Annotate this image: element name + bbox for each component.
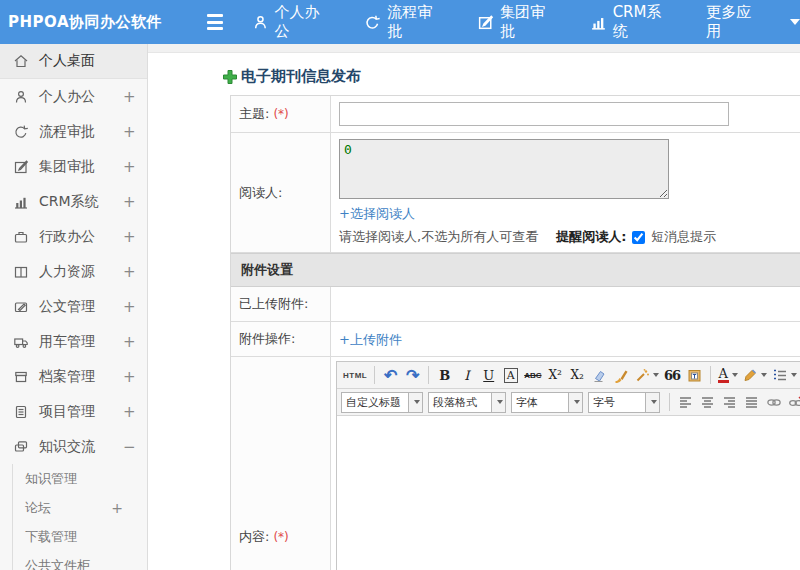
sidebar-item-knowledge[interactable]: 知识交流 − <box>0 429 147 464</box>
content-row: 内容: (*) HTML ↶ ↷ B <box>231 357 800 570</box>
justify-icon <box>744 395 759 410</box>
caret-icon <box>414 400 420 404</box>
expand-plus-icon[interactable]: + <box>123 403 135 421</box>
italic-button[interactable]: I <box>456 364 477 386</box>
bold-button[interactable]: B <box>434 364 455 386</box>
numbered-list-icon <box>772 368 788 383</box>
subject-row: 主题: (*) <box>231 96 800 133</box>
brush-icon <box>614 368 629 383</box>
expand-plus-icon[interactable]: + <box>123 298 135 316</box>
sidebar-item-archives[interactable]: 档案管理 + <box>0 359 147 394</box>
sidebar-item-personal-office[interactable]: 个人办公 + <box>0 79 147 114</box>
paragraph-format-select[interactable]: 段落格式 <box>428 392 506 413</box>
expand-plus-icon[interactable]: + <box>123 263 135 281</box>
nav-more-apps[interactable]: 更多应用 <box>706 3 766 41</box>
document-pen-icon <box>13 299 29 315</box>
briefcase-icon <box>13 229 29 245</box>
justify-button[interactable] <box>741 391 762 413</box>
sidebar-subitem-forum[interactable]: 论坛 + <box>13 493 147 522</box>
sidebar-item-vehicles[interactable]: 用车管理 + <box>0 324 147 359</box>
font-color-button[interactable]: A <box>716 364 740 386</box>
expand-plus-icon[interactable]: + <box>123 228 135 246</box>
align-center-button[interactable] <box>697 391 718 413</box>
expand-plus-icon[interactable]: + <box>123 158 135 176</box>
eraser-button[interactable] <box>589 364 610 386</box>
sidebar-subitem-knowledge-mgmt[interactable]: 知识管理 <box>13 464 147 493</box>
align-center-icon <box>700 395 715 410</box>
sidebar-item-documents[interactable]: 公文管理 + <box>0 289 147 324</box>
caret-icon <box>761 373 767 377</box>
subject-input[interactable] <box>339 102 729 126</box>
sidebar-subitem-public-files[interactable]: 公共文件柜 <box>13 551 147 570</box>
undo-button[interactable]: ↶ <box>380 364 401 386</box>
sidebar-item-group-approval[interactable]: 集团审批 + <box>0 149 147 184</box>
expand-plus-icon[interactable]: + <box>123 123 135 141</box>
hamburger-menu-icon[interactable] <box>204 14 226 30</box>
nav-crm-system[interactable]: CRM系统 <box>590 3 677 41</box>
sidebar-item-hr[interactable]: 人力资源 + <box>0 254 147 289</box>
sms-remind-checkbox[interactable] <box>632 231 645 244</box>
readers-label: 阅读人: <box>239 184 282 202</box>
highlight-color-button[interactable] <box>741 364 769 386</box>
process-icon <box>364 14 381 31</box>
font-size-select[interactable]: 字号 <box>588 392 660 413</box>
sidebar-item-workflow-approval[interactable]: 流程审批 + <box>0 114 147 149</box>
subscript-button[interactable]: X₂ <box>567 364 588 386</box>
sidebar-subitem-downloads[interactable]: 下载管理 <box>13 522 147 551</box>
font-family-select[interactable]: 字体 <box>511 392 583 413</box>
custom-heading-select[interactable]: 自定义标题 <box>341 392 423 413</box>
page-title-row: 电子期刊信息发布 <box>148 53 800 86</box>
font-style-button[interactable]: A <box>500 364 521 386</box>
dropdown-caret-icon[interactable] <box>790 19 800 25</box>
link-icon <box>766 395 782 410</box>
page-title: 电子期刊信息发布 <box>241 67 361 86</box>
format-brush-button[interactable] <box>611 364 632 386</box>
app-brand: PHPOA协同办公软件 <box>0 13 170 32</box>
magic-wand-icon <box>635 368 650 383</box>
insert-link-button[interactable] <box>763 391 784 413</box>
editor-content-area[interactable] <box>337 416 800 570</box>
readers-hint: 请选择阅读人,不选为所有人可查看 <box>339 228 538 246</box>
attachment-operation-row: 附件操作: +上传附件 <box>231 322 800 357</box>
publish-form: 主题: (*) 阅读人: 0 +选择阅读人 <box>230 95 800 570</box>
nav-label: 更多应用 <box>706 3 766 41</box>
collapse-minus-icon[interactable]: − <box>123 438 135 456</box>
align-right-button[interactable] <box>719 391 740 413</box>
readers-row: 阅读人: 0 +选择阅读人 请选择阅读人,不选为所有人可查看 提醒阅读人: 短消… <box>231 133 800 253</box>
autoformat-button[interactable] <box>633 364 661 386</box>
nav-label: 集团审批 <box>500 3 560 41</box>
nav-group-approval[interactable]: 集团审批 <box>477 3 560 41</box>
strikethrough-button[interactable]: ABC <box>522 364 543 386</box>
book-icon <box>13 264 29 280</box>
blockquote-button[interactable]: 66 <box>662 364 683 386</box>
upload-attachment-link[interactable]: +上传附件 <box>339 331 402 349</box>
sidebar-item-desktop[interactable]: 个人桌面 <box>0 44 147 79</box>
paste-text-icon <box>687 368 702 383</box>
expand-plus-icon[interactable]: + <box>123 368 135 386</box>
html-source-button[interactable]: HTML <box>341 364 369 386</box>
superscript-button[interactable]: X² <box>545 364 566 386</box>
remove-link-button[interactable] <box>785 391 800 413</box>
caret-icon <box>791 373 797 377</box>
knowledge-submenu: 知识管理 论坛 + 下载管理 公共文件柜 <box>12 464 147 570</box>
underline-button[interactable]: U <box>478 364 499 386</box>
paste-as-text-button[interactable] <box>684 364 705 386</box>
align-left-button[interactable] <box>675 391 696 413</box>
expand-plus-icon[interactable]: + <box>111 500 123 516</box>
sidebar-item-admin-office[interactable]: 行政办公 + <box>0 219 147 254</box>
nav-personal-office[interactable]: 个人办公 <box>252 3 335 41</box>
redo-button[interactable]: ↷ <box>402 364 423 386</box>
subject-label: 主题: <box>239 105 269 123</box>
sidebar-item-projects[interactable]: 项目管理 + <box>0 394 147 429</box>
select-readers-link[interactable]: +选择阅读人 <box>339 205 415 223</box>
edit-icon <box>477 14 494 31</box>
nav-workflow-approval[interactable]: 流程审批 <box>364 3 447 41</box>
home-icon <box>13 53 29 69</box>
readers-textarea[interactable]: 0 <box>339 139 669 199</box>
expand-plus-icon[interactable]: + <box>123 193 135 211</box>
required-mark: (*) <box>273 530 288 544</box>
ordered-list-button[interactable] <box>770 364 799 386</box>
sidebar-item-crm[interactable]: CRM系统 + <box>0 184 147 219</box>
expand-plus-icon[interactable]: + <box>123 88 135 106</box>
expand-plus-icon[interactable]: + <box>123 333 135 351</box>
